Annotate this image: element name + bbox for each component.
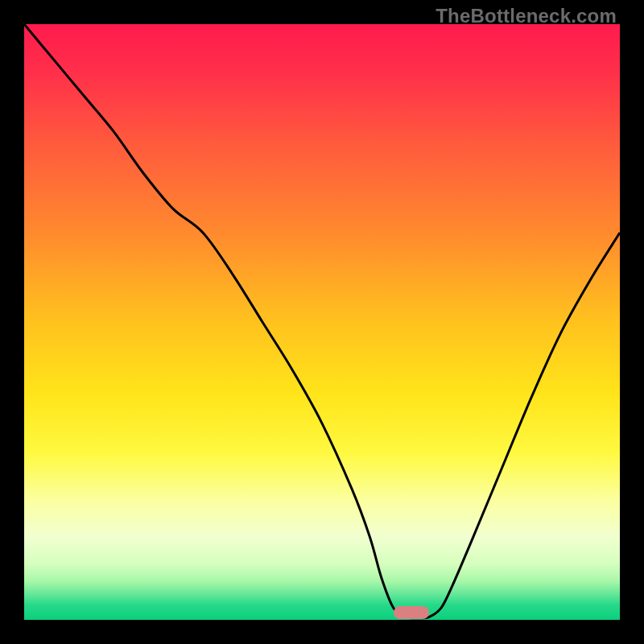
plot-area [24,24,620,620]
chart-frame: TheBottleneck.com [0,0,644,644]
bottleneck-curve [24,24,620,620]
curve-path [24,24,620,618]
optimal-point-marker [394,606,429,619]
